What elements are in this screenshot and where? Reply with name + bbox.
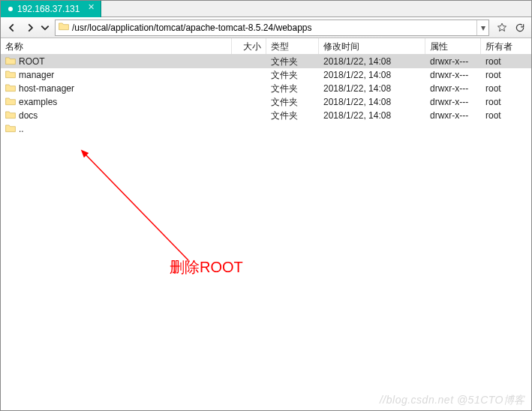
file-name: docs — [19, 110, 38, 121]
status-dot-icon — [8, 7, 13, 11]
file-owner: root — [481, 83, 531, 94]
folder-icon — [59, 22, 69, 33]
header-mtime[interactable]: 修改时间 — [319, 38, 425, 54]
address-input[interactable] — [72, 20, 476, 35]
close-icon[interactable]: ✕ — [88, 2, 95, 12]
address-bar[interactable]: ▾ — [55, 20, 489, 36]
header-name[interactable]: 名称 — [1, 38, 232, 54]
file-list[interactable]: ROOT文件夹2018/1/22, 14:08drwxr-x---rootman… — [1, 55, 531, 410]
file-owner: root — [481, 110, 531, 121]
file-type: 文件夹 — [266, 110, 319, 122]
file-mtime: 2018/1/22, 14:08 — [319, 83, 425, 94]
file-row[interactable]: docs文件夹2018/1/22, 14:08drwxr-x---root — [1, 109, 531, 122]
annotation-arrow — [76, 148, 241, 268]
file-row[interactable]: .. — [1, 122, 531, 136]
file-attr: drwxr-x--- — [425, 56, 481, 67]
file-row[interactable]: examples文件夹2018/1/22, 14:08drwxr-x---roo… — [1, 95, 531, 109]
file-owner: root — [481, 70, 531, 80]
refresh-button[interactable] — [512, 20, 528, 36]
back-button[interactable] — [4, 20, 20, 36]
header-owner[interactable]: 所有者 — [481, 38, 531, 54]
folder-icon — [5, 110, 16, 122]
file-mtime: 2018/1/22, 14:08 — [319, 56, 425, 67]
address-dropdown-button[interactable]: ▾ — [476, 20, 488, 35]
file-name: examples — [19, 97, 57, 107]
file-name: .. — [19, 124, 24, 134]
file-mtime: 2018/1/22, 14:08 — [319, 70, 425, 80]
folder-icon — [5, 70, 16, 81]
folder-icon — [5, 83, 16, 94]
file-owner: root — [481, 56, 531, 67]
toolbar: ▾ — [1, 17, 531, 38]
file-attr: drwxr-x--- — [425, 83, 481, 94]
forward-button[interactable] — [22, 20, 38, 36]
nav-dropdown-button[interactable] — [40, 20, 50, 36]
tab-title: 192.168.37.131 — [17, 4, 80, 14]
file-row[interactable]: manager文件夹2018/1/22, 14:08drwxr-x---root — [1, 68, 531, 82]
header-size[interactable]: 大小 — [232, 38, 266, 54]
file-attr: drwxr-x--- — [425, 110, 481, 121]
tab-bar: 192.168.37.131 ✕ — [1, 1, 531, 17]
file-attr: drwxr-x--- — [425, 97, 481, 107]
file-owner: root — [481, 97, 531, 107]
annotation-text: 删除ROOT — [170, 257, 243, 278]
header-type[interactable]: 类型 — [266, 38, 319, 54]
file-type: 文件夹 — [266, 96, 319, 109]
svg-line-0 — [85, 154, 188, 260]
folder-icon — [5, 124, 16, 135]
session-tab[interactable]: 192.168.37.131 ✕ — [1, 1, 101, 17]
file-name: manager — [19, 70, 54, 80]
file-mtime: 2018/1/22, 14:08 — [319, 97, 425, 107]
file-attr: drwxr-x--- — [425, 70, 481, 80]
file-name: host-manager — [19, 83, 74, 94]
header-attr[interactable]: 属性 — [425, 38, 481, 54]
watermark: //blog.csdn.net @51CTO博客 — [380, 394, 525, 407]
folder-icon — [5, 97, 16, 108]
file-name: ROOT — [19, 56, 45, 67]
file-type: 文件夹 — [266, 82, 319, 95]
folder-icon — [5, 56, 16, 68]
column-headers: 名称 大小 类型 修改时间 属性 所有者 — [1, 38, 531, 55]
file-type: 文件夹 — [266, 69, 319, 82]
bookmark-button[interactable] — [494, 20, 510, 36]
file-type: 文件夹 — [266, 56, 319, 68]
file-mtime: 2018/1/22, 14:08 — [319, 110, 425, 121]
file-row[interactable]: ROOT文件夹2018/1/22, 14:08drwxr-x---root — [1, 55, 531, 68]
file-row[interactable]: host-manager文件夹2018/1/22, 14:08drwxr-x--… — [1, 82, 531, 95]
